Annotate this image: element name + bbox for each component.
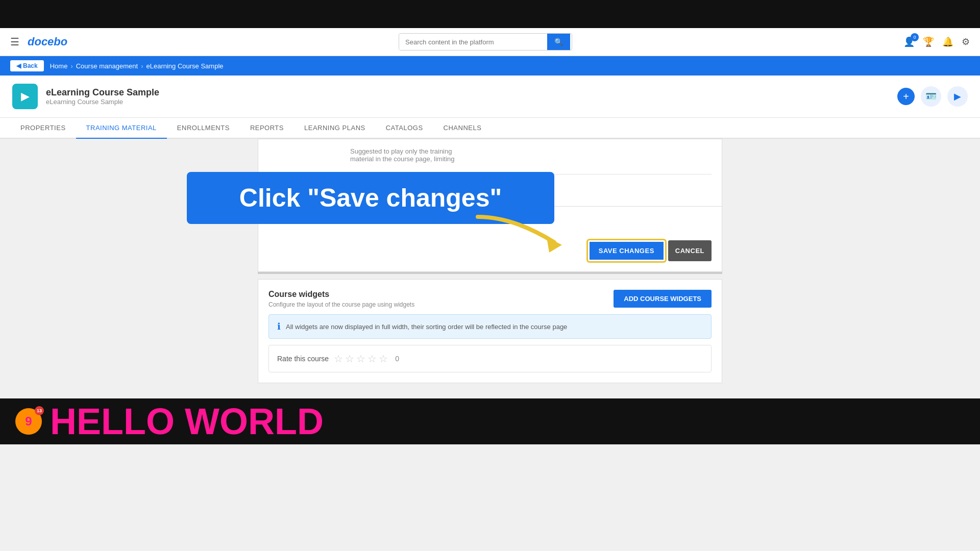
- cancel-button[interactable]: CANCEL: [668, 240, 712, 261]
- breadcrumb-bar: ◀ Back Home › Course management › eLearn…: [0, 56, 980, 76]
- avatar-number: 9: [25, 414, 32, 429]
- breadcrumb-current: eLearning Course Sample: [146, 62, 223, 70]
- search-input[interactable]: [399, 34, 547, 50]
- tab-channels[interactable]: CHANNELS: [433, 118, 492, 139]
- search-icon: 🔍: [554, 38, 563, 46]
- star-3[interactable]: ☆: [356, 353, 365, 365]
- rate-label: Rate this course: [277, 355, 329, 363]
- section-divider: [258, 272, 722, 274]
- info-alert: ℹ All widgets are now displayed in full …: [268, 314, 712, 339]
- user-count-badge: 0: [911, 33, 919, 41]
- avatar-badge: 9 13: [15, 408, 42, 435]
- play-icon: ▶: [954, 91, 961, 102]
- rate-course-row: Rate this course ☆ ☆ ☆ ☆ ☆ 0: [268, 345, 712, 372]
- header-right-icons: 👤 0 🏆 🔔 ⚙: [903, 36, 970, 47]
- alert-info-icon: ℹ: [277, 321, 281, 332]
- tab-properties[interactable]: PROPERTIES: [10, 118, 76, 139]
- nav-tabs: PROPERTIES TRAINING MATERIAL ENROLLMENTS…: [0, 118, 980, 139]
- breadcrumb-home[interactable]: Home: [50, 62, 68, 70]
- tab-enrollments[interactable]: ENROLLMENTS: [167, 118, 240, 139]
- rate-count: 0: [395, 355, 399, 363]
- widgets-title: Course widgets: [268, 290, 414, 299]
- widgets-section: Course widgets Configure the layout of t…: [258, 279, 722, 383]
- play-button[interactable]: ▶: [947, 86, 968, 107]
- app-logo: docebo: [28, 35, 67, 48]
- star-2[interactable]: ☆: [345, 353, 354, 365]
- star-rating[interactable]: ☆ ☆ ☆ ☆ ☆: [334, 353, 388, 365]
- breadcrumb-sep3: ›: [141, 62, 143, 70]
- bell-icon[interactable]: 🔔: [942, 36, 953, 47]
- hello-world-text: HELLO WORLD: [50, 400, 324, 442]
- save-changes-button[interactable]: SAVE CHANGES: [588, 240, 665, 261]
- widgets-title-block: Course widgets Configure the layout of t…: [268, 290, 414, 308]
- back-button[interactable]: ◀ Back: [10, 60, 44, 71]
- card-icon: 🪪: [925, 91, 937, 102]
- breadcrumb-course-management[interactable]: Course management: [76, 62, 138, 70]
- tab-reports[interactable]: REPORTS: [240, 118, 294, 139]
- alert-text: All widgets are now displayed in full wi…: [286, 323, 567, 331]
- card-view-button[interactable]: 🪪: [921, 86, 941, 107]
- course-icon: ▶: [12, 84, 38, 109]
- app-header: ☰ docebo 🔍 👤 0 🏆 🔔 ⚙: [0, 28, 980, 56]
- tab-training-material[interactable]: TRAINING MATERIAL: [76, 118, 167, 139]
- tab-learning-plans[interactable]: LEARNING PLANS: [294, 118, 376, 139]
- course-title: eLearning Course Sample: [46, 87, 159, 98]
- course-title-block: eLearning Course Sample eLearning Course…: [46, 87, 159, 106]
- arrow-container: [473, 212, 575, 260]
- cta-text: Click "Save changes": [239, 183, 502, 213]
- user-icon[interactable]: 👤 0: [903, 36, 915, 47]
- trophy-icon[interactable]: 🏆: [923, 36, 934, 47]
- arrow-svg: [473, 212, 575, 258]
- svg-marker-0: [547, 237, 562, 253]
- course-header: ▶ eLearning Course Sample eLearning Cour…: [0, 76, 980, 118]
- breadcrumb-sep2: ›: [70, 62, 72, 70]
- notification-badge: 13: [35, 406, 44, 415]
- widgets-header: Course widgets Configure the layout of t…: [268, 290, 712, 308]
- star-4[interactable]: ☆: [368, 353, 377, 365]
- plus-button[interactable]: +: [897, 88, 915, 105]
- widgets-description: Configure the layout of the course page …: [268, 301, 414, 308]
- star-5[interactable]: ☆: [379, 353, 388, 365]
- partial-text-2: material in the course page, limiting: [350, 155, 455, 163]
- course-subtitle: eLearning Course Sample: [46, 98, 159, 106]
- tab-catalogs[interactable]: CATALOGS: [376, 118, 433, 139]
- star-1[interactable]: ☆: [334, 353, 343, 365]
- content-area: Suggested to play only the training mate…: [258, 139, 722, 388]
- top-black-bar: [0, 0, 980, 28]
- partial-text-1: Suggested to play only the training: [350, 147, 455, 155]
- bottom-black-bar: 9 13 HELLO WORLD: [0, 398, 980, 444]
- main-content-area: Suggested to play only the training mate…: [0, 139, 980, 398]
- hamburger-menu[interactable]: ☰: [10, 36, 19, 48]
- cta-section: Click "Save changes" SAVE CHANGES CANCEL: [258, 207, 722, 272]
- gear-icon[interactable]: ⚙: [962, 36, 970, 47]
- course-header-actions: + 🪪 ▶: [897, 86, 968, 107]
- search-bar: 🔍: [399, 33, 572, 51]
- add-course-widgets-button[interactable]: ADD COURSE WIDGETS: [614, 290, 712, 308]
- search-button[interactable]: 🔍: [547, 34, 570, 50]
